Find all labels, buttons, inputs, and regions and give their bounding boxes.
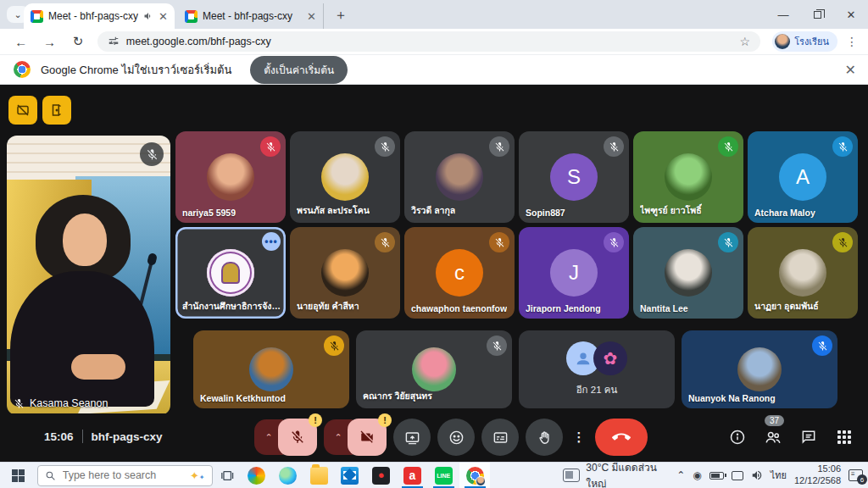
taskbar-app-edge[interactable] — [272, 463, 303, 488]
end-call-button[interactable] — [595, 419, 648, 456]
tray-time: 15:06 — [794, 463, 841, 475]
participant-tile[interactable]: คณากร วิยัยสุนทร — [356, 330, 512, 408]
weather-widget[interactable]: 30°C มีแดดส่วนใหญ่ — [563, 459, 676, 488]
set-default-button[interactable]: ตั้งเป็นค่าเริ่มต้น — [250, 56, 348, 84]
camera-toggle-button[interactable]: ! — [348, 419, 387, 456]
chat-panel-button[interactable] — [793, 422, 824, 452]
hand-icon — [537, 430, 553, 446]
more-options-button[interactable]: ⋮ — [570, 419, 588, 456]
participant-tile[interactable]: JJiraporn Jendong — [519, 227, 629, 319]
browser-menu-icon[interactable]: ⋮ — [846, 35, 858, 48]
profile-chip[interactable]: โรงเรียน — [772, 31, 837, 52]
main-participant-tile[interactable]: Kasama Seanon — [7, 136, 170, 415]
participant-tile[interactable]: •••สำนักงานศึกษาธิการจังหวั... — [175, 227, 286, 319]
avatar — [207, 153, 254, 201]
taskbar-app-line[interactable]: LINE — [428, 463, 459, 488]
taskbar-app-mail[interactable] — [335, 463, 366, 488]
raise-hand-button[interactable] — [526, 419, 563, 456]
exit-room-button[interactable] — [42, 96, 71, 125]
participant-name: Kewalin Ketkhuntod — [200, 393, 286, 403]
record-tray-icon[interactable]: ◉ — [693, 469, 701, 481]
taskbar-app-copilot[interactable] — [241, 463, 272, 488]
bing-sparkle-icon: ✦✦ — [190, 469, 205, 482]
battery-icon[interactable] — [709, 472, 724, 480]
meet-favicon — [185, 10, 198, 23]
participant-name: Nuanyok Na Ranong — [688, 393, 776, 403]
bookmark-star-icon[interactable]: ☆ — [740, 35, 751, 48]
forward-icon[interactable]: → — [42, 35, 58, 49]
tab-close-icon[interactable]: ✕ — [307, 10, 316, 23]
reactions-button[interactable] — [437, 419, 475, 456]
mic-off-icon — [375, 136, 395, 157]
people-icon — [764, 428, 782, 446]
mic-control: ⌃ ! — [254, 419, 317, 456]
present-button[interactable] — [393, 419, 431, 456]
taskbar-search[interactable]: ✦✦ — [37, 465, 213, 486]
weather-text: 30°C มีแดดส่วนใหญ่ — [586, 459, 676, 488]
news-icon — [563, 469, 580, 482]
participant-tile[interactable]: AAtchara Maloy — [748, 131, 858, 223]
tab-audio-icon[interactable] — [143, 11, 153, 21]
present-icon — [404, 430, 420, 446]
start-button[interactable] — [0, 463, 37, 488]
participant-name: Jiraporn Jendong — [526, 303, 601, 313]
minimize-button[interactable]: — — [766, 0, 800, 29]
copilot-icon — [248, 467, 265, 485]
annotation-off-button[interactable] — [8, 96, 37, 125]
taskbar-clock[interactable]: 15:06 12/12/2568 — [794, 463, 841, 487]
url-field[interactable]: meet.google.com/bhf-pags-cxy ☆ — [97, 31, 760, 52]
notification-count-badge: 6 — [857, 474, 867, 485]
participant-name: chawaphon taenonfow — [411, 303, 507, 313]
windows-taskbar: ✦✦ ⏺ a LINE 30°C มีแดดส่วนใหญ่ ⌃ ◉ ไทย 1… — [0, 462, 868, 488]
participant-tile[interactable]: SSopin887 — [519, 131, 629, 223]
profile-name: โรงเรียน — [794, 34, 829, 49]
tab-title: Meet - bhf-pags-cxy — [203, 10, 302, 22]
tab-close-icon[interactable]: ✕ — [159, 10, 168, 23]
meeting-details-button[interactable] — [722, 422, 753, 452]
participant-tile[interactable]: Kewalin Ketkhuntod — [193, 330, 349, 408]
participant-tile[interactable]: Nuanyok Na Ranong — [682, 330, 837, 408]
participant-tile[interactable]: นาฏยา อุดมพันธ์ — [748, 227, 858, 319]
mic-toggle-button[interactable]: ! — [278, 419, 317, 456]
tab-meet-inactive[interactable]: Meet - bhf-pags-cxy ✕ — [178, 3, 324, 29]
camera-warning-badge: ! — [378, 413, 392, 427]
banner-close-icon[interactable]: ✕ — [845, 62, 856, 78]
reload-icon[interactable]: ↻ — [70, 34, 86, 49]
taskbar-app-recorder[interactable]: ⏺ — [365, 463, 397, 488]
participant-tile[interactable]: cchawaphon taenonfow — [404, 227, 515, 319]
participant-tile[interactable]: นายอุทัย คำสีหา — [290, 227, 400, 319]
site-settings-icon[interactable] — [108, 36, 120, 47]
language-indicator[interactable]: ไทย — [771, 468, 787, 483]
avatar — [321, 249, 369, 297]
avatar — [775, 34, 790, 49]
captions-button[interactable] — [481, 419, 519, 456]
task-view-button[interactable] — [213, 463, 242, 488]
taskbar-app-chrome[interactable] — [459, 463, 491, 488]
tile-options-icon[interactable]: ••• — [262, 232, 281, 251]
meeting-info: 15:06 bhf-pags-cxy — [44, 430, 163, 443]
people-panel-button[interactable]: 37 — [758, 422, 788, 452]
notification-center-button[interactable]: ≡6 — [849, 469, 863, 481]
close-button[interactable]: ✕ — [834, 0, 868, 29]
back-icon[interactable]: ← — [14, 35, 29, 49]
taskbar-app-a[interactable]: a — [397, 463, 428, 488]
taskbar-app-explorer[interactable] — [303, 463, 335, 488]
participant-name: คณากร วิยัยสุนทร — [363, 389, 432, 403]
participant-tile[interactable]: พรนภัส ละประโคน — [290, 131, 400, 223]
hidden-icons-chevron[interactable]: ⌃ — [676, 469, 685, 481]
restore-button[interactable] — [800, 0, 834, 29]
meeting-control-bar: 15:06 bhf-pags-cxy ⌃ ! ⌃ ! — [0, 413, 868, 462]
speaker-icon[interactable] — [751, 469, 763, 481]
display-icon[interactable] — [732, 471, 743, 480]
overflow-avatars: ✿ อีก 21 คน — [566, 341, 627, 397]
search-input[interactable] — [63, 469, 164, 481]
participant-tile[interactable]: Nantita Lee — [633, 227, 743, 319]
new-tab-button[interactable]: ＋ — [334, 7, 348, 25]
participant-tile[interactable]: nariya5 5959 — [175, 131, 286, 223]
meeting-stage: Kasama Seanon nariya5 5959พรนภัส ละประโค… — [0, 85, 868, 462]
tab-meet-active[interactable]: Meet - bhf-pags-cxy ✕ — [24, 3, 175, 29]
participant-tile[interactable]: ไพฑูรย์ ยาวโพธิ์ — [633, 131, 743, 223]
participant-tile[interactable]: วิรวดี ลากุล — [404, 131, 515, 223]
participant-tile[interactable]: ✿ อีก 21 คน — [519, 330, 675, 408]
activities-button[interactable] — [829, 422, 860, 452]
